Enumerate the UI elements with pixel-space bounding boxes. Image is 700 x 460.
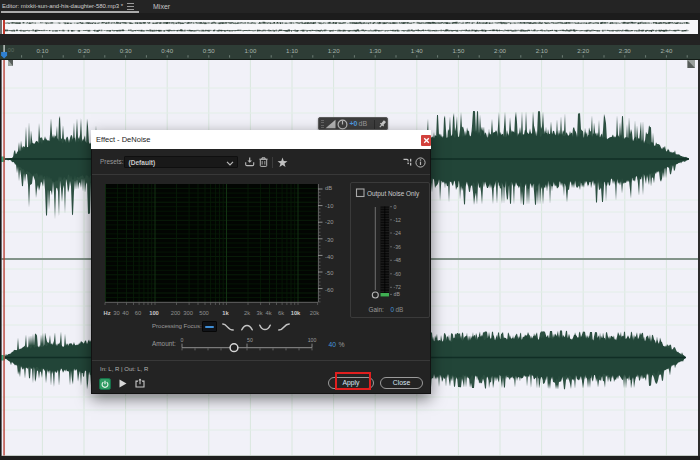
svg-text:dB: dB: [325, 185, 332, 191]
svg-text:0: 0: [391, 306, 395, 313]
svg-text:0: 0: [181, 337, 184, 343]
svg-text:50: 50: [247, 337, 253, 343]
svg-text:60: 60: [135, 310, 141, 316]
svg-text:-12: -12: [394, 217, 402, 223]
svg-text:-36: -36: [394, 244, 402, 250]
svg-text:6k: 6k: [278, 310, 284, 316]
svg-text:-72: -72: [394, 284, 402, 290]
svg-text:20k: 20k: [310, 310, 319, 316]
svg-text:1k: 1k: [222, 310, 229, 316]
svg-text:200: 200: [171, 310, 181, 316]
svg-text:Hz: Hz: [103, 310, 110, 316]
svg-text:100: 100: [149, 310, 159, 316]
svg-text:Output Noise Only: Output Noise Only: [367, 190, 420, 198]
svg-text:10k: 10k: [291, 310, 301, 316]
svg-text:-20: -20: [325, 219, 333, 225]
svg-text:-60: -60: [325, 287, 333, 293]
svg-text:-40: -40: [325, 254, 333, 260]
svg-text:-60: -60: [394, 271, 402, 277]
svg-text:-30: -30: [325, 237, 333, 243]
svg-text:dB: dB: [394, 291, 401, 297]
svg-text:100: 100: [308, 337, 317, 343]
svg-text:30: 30: [113, 310, 119, 316]
svg-text:-50: -50: [325, 270, 333, 276]
svg-text:-10: -10: [325, 203, 333, 209]
svg-text:2k: 2k: [244, 310, 250, 316]
svg-text:dB: dB: [396, 306, 404, 313]
svg-text:Gain:: Gain:: [369, 306, 384, 313]
svg-text:300: 300: [183, 310, 193, 316]
svg-text:-24: -24: [394, 230, 402, 236]
svg-text:0: 0: [394, 204, 397, 210]
svg-text:40: 40: [122, 310, 128, 316]
svg-text:-48: -48: [394, 257, 402, 263]
svg-text:500: 500: [199, 310, 209, 316]
svg-text:4k: 4k: [265, 310, 271, 316]
svg-text:3k: 3k: [257, 310, 263, 316]
